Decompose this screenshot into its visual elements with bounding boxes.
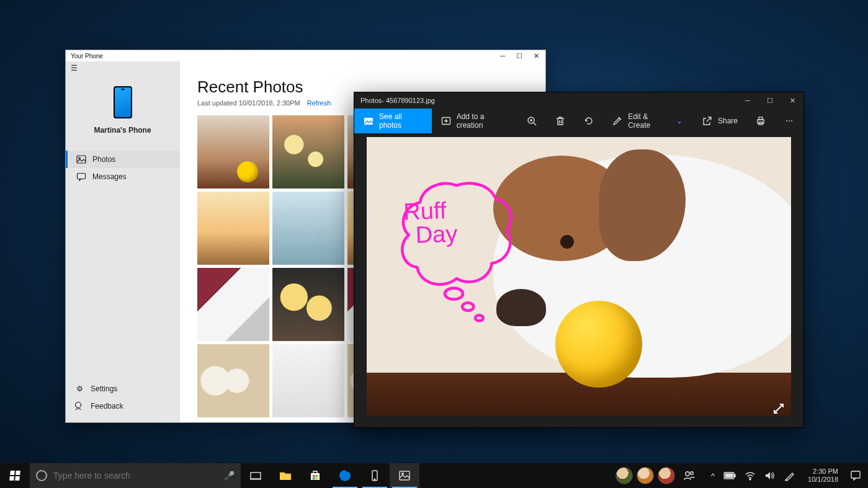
volume-icon[interactable] bbox=[764, 470, 776, 481]
people-avatar[interactable] bbox=[658, 467, 675, 484]
your-phone-sidebar: ☰ Martina's Phone Photos bbox=[66, 61, 180, 422]
windows-logo-icon bbox=[9, 471, 20, 481]
tray-chevron-icon[interactable]: ^ bbox=[711, 471, 715, 481]
photos-titlebar[interactable]: Photos- 4567890123.jpg ─ ☐ ✕ bbox=[354, 92, 803, 109]
svg-point-28 bbox=[749, 479, 751, 480]
battery-icon[interactable] bbox=[723, 472, 736, 479]
more-icon: ⋯ bbox=[784, 115, 795, 126]
svg-point-10 bbox=[445, 288, 463, 299]
ink-annotation: Ruff Day bbox=[403, 198, 458, 247]
svg-rect-17 bbox=[313, 477, 315, 480]
cortana-icon bbox=[36, 470, 47, 481]
photo-thumbnail[interactable] bbox=[197, 115, 269, 189]
sidebar-item-settings[interactable]: ⚙ Settings bbox=[66, 380, 179, 397]
print-button[interactable] bbox=[746, 109, 775, 133]
photo-ball bbox=[555, 301, 642, 388]
chevron-down-icon: ⌄ bbox=[674, 115, 684, 126]
feedback-icon bbox=[74, 401, 84, 411]
collection-icon bbox=[363, 115, 374, 126]
svg-point-22 bbox=[402, 473, 404, 475]
print-icon bbox=[755, 115, 766, 126]
taskbar: 🎤 bbox=[0, 463, 868, 488]
taskbar-clock[interactable]: 2:30 PM 10/1/2018 bbox=[803, 468, 843, 484]
messages-icon bbox=[76, 172, 86, 182]
sidebar-item-label: Messages bbox=[92, 172, 127, 181]
add-creation-icon bbox=[441, 115, 452, 126]
photo-thumbnail[interactable] bbox=[272, 268, 344, 341]
your-phone-titlebar[interactable]: Your Phone ─ ☐ ✕ bbox=[66, 50, 545, 61]
button-label: Share bbox=[718, 117, 738, 125]
people-avatar[interactable] bbox=[615, 467, 633, 484]
minimize-button[interactable]: ─ bbox=[500, 52, 505, 60]
your-phone-taskbar-button[interactable] bbox=[360, 463, 390, 488]
delete-button[interactable] bbox=[546, 109, 575, 133]
edit-create-button[interactable]: Edit & Create ⌄ bbox=[603, 109, 693, 133]
refresh-link[interactable]: Refresh bbox=[307, 99, 331, 107]
fullscreen-button[interactable] bbox=[772, 402, 785, 415]
zoom-button[interactable] bbox=[517, 109, 546, 133]
gear-icon: ⚙ bbox=[74, 384, 84, 394]
people-button[interactable] bbox=[679, 463, 700, 488]
rotate-icon bbox=[583, 115, 594, 126]
button-label: See all photos bbox=[379, 112, 423, 130]
start-button[interactable] bbox=[0, 463, 30, 488]
system-tray: ^ bbox=[704, 470, 803, 481]
ink-workspace-icon[interactable] bbox=[784, 470, 795, 481]
microphone-icon[interactable]: 🎤 bbox=[224, 471, 235, 481]
maximize-button[interactable]: ☐ bbox=[759, 92, 781, 109]
task-view-button[interactable] bbox=[241, 463, 271, 488]
window-controls: ─ ☐ ✕ bbox=[736, 92, 803, 109]
sidebar-item-feedback[interactable]: Feedback bbox=[66, 397, 179, 415]
photos-taskbar-button[interactable] bbox=[390, 463, 419, 488]
photo-thumbnail[interactable] bbox=[197, 192, 269, 265]
share-icon bbox=[702, 115, 713, 126]
minimize-button[interactable]: ─ bbox=[736, 92, 759, 109]
trash-icon bbox=[555, 115, 566, 126]
edge-browser-button[interactable] bbox=[330, 463, 360, 488]
photo-thumbnail[interactable] bbox=[272, 192, 344, 265]
close-button[interactable]: ✕ bbox=[781, 92, 803, 109]
sidebar-item-messages[interactable]: Messages bbox=[66, 168, 179, 185]
svg-point-1 bbox=[79, 157, 81, 159]
people-avatar[interactable] bbox=[637, 467, 654, 484]
your-phone-title: Your Phone bbox=[68, 53, 103, 60]
action-center-button[interactable] bbox=[843, 469, 868, 482]
taskbar-people bbox=[612, 463, 704, 488]
search-input[interactable] bbox=[53, 471, 235, 481]
photos-window: Photos- 4567890123.jpg ─ ☐ ✕ See all pho… bbox=[354, 92, 804, 428]
edit-icon bbox=[612, 115, 623, 126]
svg-rect-0 bbox=[77, 156, 86, 163]
hamburger-icon[interactable]: ☰ bbox=[66, 61, 179, 75]
photo-canvas[interactable]: Ruff Day bbox=[367, 137, 791, 416]
maximize-button[interactable]: ☐ bbox=[516, 52, 522, 60]
photo-thumbnail[interactable] bbox=[272, 344, 344, 417]
svg-rect-29 bbox=[851, 471, 860, 478]
svg-rect-18 bbox=[316, 477, 318, 480]
file-explorer-button[interactable] bbox=[271, 463, 300, 488]
button-label: Edit & Create bbox=[628, 112, 669, 130]
ink-line-1: Ruff bbox=[403, 198, 457, 224]
photo-thumbnail[interactable] bbox=[272, 115, 344, 189]
wifi-icon[interactable] bbox=[745, 470, 756, 481]
close-button[interactable]: ✕ bbox=[534, 52, 539, 60]
see-all-photos-button[interactable]: See all photos bbox=[354, 109, 432, 133]
more-button[interactable]: ⋯ bbox=[775, 109, 803, 133]
taskbar-search[interactable]: 🎤 bbox=[30, 463, 241, 488]
svg-rect-14 bbox=[311, 473, 320, 480]
microsoft-store-button[interactable] bbox=[300, 463, 330, 488]
photos-icon bbox=[76, 154, 86, 164]
phone-label: Martina's Phone bbox=[94, 126, 151, 135]
photo-thumbnail[interactable] bbox=[197, 344, 269, 417]
share-button[interactable]: Share bbox=[693, 109, 746, 133]
photos-toolbar: See all photos Add to a creation bbox=[354, 109, 803, 133]
add-to-creation-button[interactable]: Add to a creation bbox=[432, 109, 518, 133]
ink-line-2: Day bbox=[415, 222, 458, 247]
clock-date: 10/1/2018 bbox=[808, 476, 838, 484]
clock-time: 2:30 PM bbox=[808, 468, 838, 476]
svg-point-20 bbox=[374, 479, 375, 480]
phone-device-block: Martina's Phone bbox=[66, 75, 179, 143]
svg-point-11 bbox=[462, 303, 473, 311]
sidebar-item-photos[interactable]: Photos bbox=[66, 151, 179, 168]
photo-thumbnail[interactable] bbox=[197, 268, 269, 341]
rotate-button[interactable] bbox=[575, 109, 603, 133]
